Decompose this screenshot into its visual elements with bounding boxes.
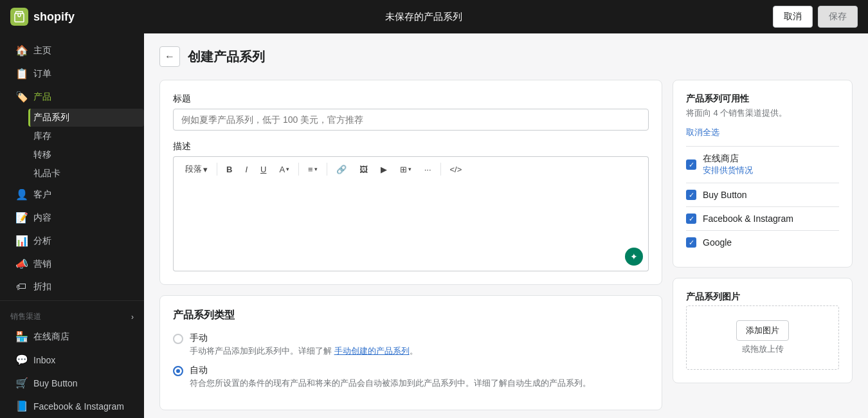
page-title: 创建产品系列 — [188, 48, 265, 66]
radio-option-manual[interactable]: 手动 手动将产品添加到此系列中。详细了解 手动创建的产品系列。 — [173, 332, 649, 357]
sales-channels-label: 销售渠道 — [10, 311, 41, 322]
sidebar-sub-item-gift-cards[interactable]: 礼品卡 — [28, 165, 144, 183]
checkmark-icon-4: ✓ — [689, 239, 694, 247]
radio-option-auto[interactable]: 自动 符合您所设置的条件的现有产品和将来的产品会自动被添加到此产品系列中。详细了… — [173, 365, 649, 389]
sidebar-item-orders-label: 订单 — [33, 68, 51, 80]
products-submenu: 产品系列 库存 转移 礼品卡 — [0, 109, 144, 183]
sidebar-item-analytics[interactable]: 📊 分析 — [5, 230, 139, 252]
content-area: 标题 描述 段落 ▾ B I U A — [159, 80, 853, 410]
channel-online-store-name: 在线商店 — [703, 153, 753, 165]
sidebar-item-buy-button[interactable]: 🛒 Buy Button — [5, 372, 139, 394]
sidebar-sub-item-collections[interactable]: 产品系列 — [28, 109, 144, 127]
availability-card: 产品系列可用性 将面向 4 个销售渠道提供。 取消全选 ✓ 在线商店 安排供货情… — [673, 80, 853, 268]
radio-manual-label: 手动 — [190, 332, 418, 344]
orders-icon: 📋 — [15, 68, 27, 80]
title-field-label: 标题 — [173, 93, 649, 105]
sidebar-item-marketing[interactable]: 📣 营销 — [5, 253, 139, 275]
checkmark-icon: ✓ — [689, 161, 694, 169]
table-icon: ⊞ — [400, 165, 407, 174]
italic-button[interactable]: I — [240, 162, 253, 177]
rte-divider-4 — [440, 163, 441, 176]
content-icon: 📝 — [15, 212, 27, 224]
channel-facebook-instagram-name: Facebook & Instagram — [703, 214, 793, 224]
customers-icon: 👤 — [15, 188, 27, 201]
checkmark-icon-3: ✓ — [689, 215, 694, 223]
video-button[interactable]: ▶ — [375, 162, 392, 177]
radio-auto[interactable] — [173, 366, 183, 376]
topbar: shopify 未保存的产品系列 取消 保存 — [0, 0, 868, 33]
sidebar-item-products-label: 产品 — [33, 91, 51, 103]
paragraph-dropdown[interactable]: 段落 ▾ — [180, 161, 213, 177]
underline-button[interactable]: U — [255, 162, 271, 177]
deselect-all-link[interactable]: 取消全选 — [686, 127, 719, 138]
side-column: 产品系列可用性 将面向 4 个销售渠道提供。 取消全选 ✓ 在线商店 安排供货情… — [673, 80, 853, 410]
sidebar-item-inbox[interactable]: 💬 Inbox — [5, 349, 139, 371]
font-color-button[interactable]: A ▾ — [274, 162, 294, 177]
or-text: 或拖放上传 — [742, 343, 784, 355]
products-icon: 🏷️ — [15, 91, 27, 103]
manual-link[interactable]: 手动创建的产品系列 — [334, 346, 410, 356]
radio-manual[interactable] — [173, 334, 183, 344]
sidebar-item-products[interactable]: 🏷️ 产品 — [5, 86, 139, 108]
channel-online-store-content: 在线商店 安排供货情况 — [703, 153, 753, 176]
discounts-icon: 🏷 — [15, 281, 27, 293]
home-icon: 🏠 — [15, 44, 27, 57]
back-button[interactable]: ← — [159, 46, 180, 67]
checkbox-google[interactable]: ✓ — [686, 237, 696, 248]
title-input[interactable] — [173, 109, 649, 131]
sidebar-item-home[interactable]: 🏠 主页 — [5, 39, 139, 62]
image-button[interactable]: 🖼 — [354, 162, 373, 177]
table-button[interactable]: ⊞ ▾ — [395, 162, 417, 177]
rte-body[interactable]: ✦ — [173, 181, 649, 271]
checkbox-facebook-instagram[interactable]: ✓ — [686, 214, 696, 224]
checkmark-icon-2: ✓ — [689, 191, 694, 199]
rte-toolbar: 段落 ▾ B I U A ▾ ≡ — [173, 156, 649, 181]
checkbox-online-store[interactable]: ✓ — [686, 159, 696, 170]
description-field-label: 描述 — [173, 141, 649, 152]
rte-divider-1 — [217, 163, 217, 176]
radio-auto-label: 自动 — [190, 365, 591, 376]
image-drop-zone[interactable]: 添加图片 或拖放上传 — [686, 305, 839, 370]
channel-google-name: Google — [703, 237, 732, 248]
checkbox-buy-button[interactable]: ✓ — [686, 190, 696, 200]
link-icon: 🔗 — [336, 165, 347, 174]
sidebar-item-customers-label: 客户 — [33, 189, 51, 201]
ai-button[interactable]: ✦ — [625, 248, 643, 266]
availability-subtitle: 将面向 4 个销售渠道提供。 — [686, 107, 839, 119]
sidebar-item-customers[interactable]: 👤 客户 — [5, 183, 139, 206]
buy-button-icon: 🛒 — [15, 377, 27, 389]
logo: shopify — [10, 8, 75, 26]
sidebar-item-online-store[interactable]: 🏪 在线商店 — [5, 325, 139, 348]
sidebar-item-home-label: 主页 — [33, 45, 51, 57]
schedule-link[interactable]: 安排供货情况 — [703, 165, 753, 176]
align-chevron-icon: ▾ — [314, 166, 318, 172]
more-button[interactable]: ··· — [419, 162, 437, 177]
sidebar-item-buy-button-label: Buy Button — [33, 378, 78, 388]
ai-icon: ✦ — [630, 251, 638, 262]
sidebar-sub-item-transfers[interactable]: 转移 — [28, 146, 144, 164]
svg-rect-0 — [15, 14, 24, 22]
bold-button[interactable]: B — [221, 162, 237, 177]
code-button[interactable]: </> — [445, 162, 467, 177]
radio-manual-content: 手动 手动将产品添加到此系列中。详细了解 手动创建的产品系列。 — [190, 332, 418, 357]
sales-channels-expand-icon: › — [131, 313, 134, 322]
cancel-button[interactable]: 取消 — [773, 6, 813, 28]
sidebar-item-online-store-label: 在线商店 — [33, 331, 69, 343]
rte-divider-3 — [327, 163, 327, 176]
save-button[interactable]: 保存 — [818, 6, 858, 28]
sidebar-item-content[interactable]: 📝 内容 — [5, 206, 139, 229]
channel-buy-button-name: Buy Button — [703, 190, 747, 200]
sidebar-item-discounts-label: 折扣 — [33, 281, 51, 293]
sidebar-item-orders[interactable]: 📋 订单 — [5, 62, 139, 85]
rte-divider-2 — [298, 163, 299, 176]
sidebar-item-facebook-instagram-label: Facebook & Instagram — [33, 401, 124, 412]
dropdown-chevron-icon: ▾ — [203, 165, 208, 174]
link-button[interactable]: 🔗 — [331, 162, 352, 177]
sidebar-item-content-label: 内容 — [33, 212, 51, 224]
sidebar-sub-item-inventory[interactable]: 库存 — [28, 127, 144, 145]
image-card-title: 产品系列图片 — [686, 291, 839, 303]
sidebar-item-facebook-instagram[interactable]: 📘 Facebook & Instagram — [5, 395, 139, 417]
add-image-button[interactable]: 添加图片 — [736, 320, 789, 341]
align-button[interactable]: ≡ ▾ — [303, 162, 323, 177]
sidebar-item-discounts[interactable]: 🏷 折扣 — [5, 276, 139, 298]
